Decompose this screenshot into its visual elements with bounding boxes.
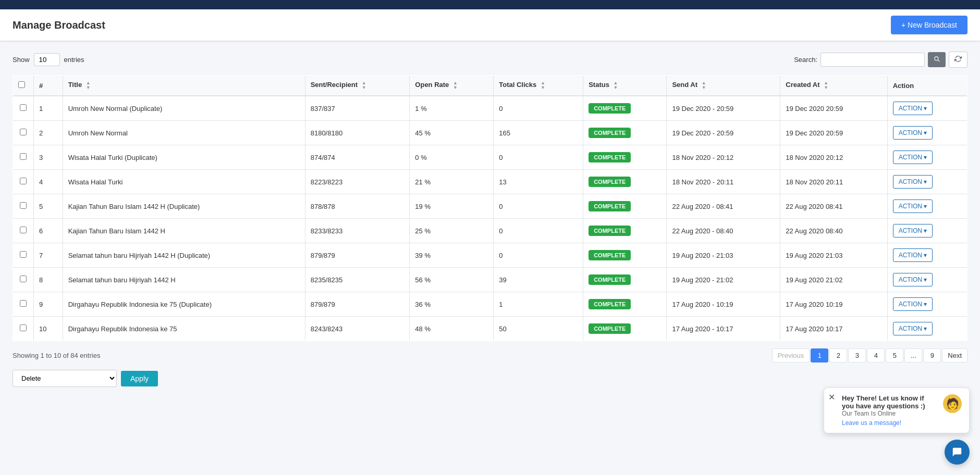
row-action: ACTION ▾ (887, 145, 967, 170)
row-created-at: 18 Nov 2020 20:11 (780, 170, 887, 194)
row-title: Selamat tahun baru Hijriyah 1442 H (63, 268, 305, 292)
pagination-page-2[interactable]: 2 (829, 348, 847, 362)
page-title: Manage Broadcast (13, 19, 105, 31)
sort-sent-icon[interactable]: ▲▼ (362, 81, 366, 90)
row-sent: 8235/8235 (305, 268, 410, 292)
sort-open-rate-icon[interactable]: ▲▼ (453, 81, 458, 90)
row-created-at: 19 Dec 2020 20:59 (780, 121, 887, 145)
row-checkbox-1[interactable] (20, 104, 27, 111)
row-checkbox-9[interactable] (20, 300, 27, 307)
pagination-page-5[interactable]: 5 (886, 348, 903, 362)
search-input[interactable] (820, 53, 925, 67)
row-status: COMPLETE (583, 268, 667, 292)
row-total-clicks: 50 (494, 317, 583, 341)
header-open-rate: Open Rate ▲▼ (410, 76, 494, 96)
row-send-at: 17 Aug 2020 - 10:19 (667, 292, 780, 317)
sort-status-icon[interactable]: ▲▼ (614, 81, 618, 90)
pagination-page-9[interactable]: 9 (923, 348, 941, 362)
row-checkbox-4[interactable] (20, 178, 27, 184)
row-checkbox-8[interactable] (20, 276, 27, 282)
action-button-1[interactable]: ACTION ▾ (893, 102, 933, 115)
header-send-at: Send At ▲▼ (667, 76, 780, 96)
action-button-8[interactable]: ACTION ▾ (893, 273, 933, 286)
row-created-at: 17 Aug 2020 10:17 (780, 317, 887, 341)
action-button-6[interactable]: ACTION ▾ (893, 224, 933, 238)
header-total-clicks: Total Clicks ▲▼ (494, 76, 583, 96)
row-send-at: 19 Dec 2020 - 20:59 (667, 96, 780, 121)
search-button[interactable] (928, 52, 946, 67)
action-button-10[interactable]: ACTION ▾ (893, 322, 933, 335)
action-button-9[interactable]: ACTION ▾ (893, 297, 933, 311)
row-total-clicks: 1 (494, 292, 583, 317)
action-button-5[interactable]: ACTION ▾ (893, 199, 933, 213)
row-num: 5 (34, 194, 63, 219)
row-sent: 874/874 (305, 145, 410, 170)
row-action: ACTION ▾ (887, 121, 967, 145)
row-checkbox-2[interactable] (20, 129, 27, 135)
sort-title-icon[interactable]: ▲▼ (86, 81, 91, 90)
pagination-previous[interactable]: Previous (772, 348, 810, 362)
entries-input[interactable] (34, 53, 60, 66)
row-checkbox-cell (13, 170, 34, 194)
row-sent: 878/878 (305, 194, 410, 219)
row-status: COMPLETE (583, 121, 667, 145)
action-button-3[interactable]: ACTION ▾ (893, 151, 933, 164)
row-send-at: 19 Aug 2020 - 21:03 (667, 243, 780, 268)
row-checkbox-7[interactable] (20, 251, 27, 258)
bulk-action-select[interactable]: Delete (13, 370, 117, 387)
row-title: Umroh New Normal (63, 121, 305, 145)
refresh-button[interactable] (949, 52, 967, 68)
status-badge: COMPLETE (589, 250, 631, 260)
row-total-clicks: 165 (494, 121, 583, 145)
entries-label: entries (64, 56, 84, 64)
row-num: 4 (34, 170, 63, 194)
row-checkbox-3[interactable] (20, 153, 27, 160)
row-num: 2 (34, 121, 63, 145)
row-sent: 837/837 (305, 96, 410, 121)
pagination-page-...[interactable]: ... (904, 348, 922, 362)
pagination-next[interactable]: Next (942, 348, 967, 362)
row-checkbox-cell (13, 145, 34, 170)
status-badge: COMPLETE (589, 103, 631, 114)
row-created-at: 19 Dec 2020 20:59 (780, 96, 887, 121)
sort-created-at-icon[interactable]: ▲▼ (824, 81, 828, 90)
row-total-clicks: 0 (494, 96, 583, 121)
action-button-4[interactable]: ACTION ▾ (893, 175, 933, 189)
sort-send-at-icon[interactable]: ▲▼ (702, 81, 706, 90)
table-row: 4 Wisata Halal Turki 8223/8223 21 % 13 C… (13, 170, 967, 194)
row-checkbox-cell (13, 317, 34, 341)
row-action: ACTION ▾ (887, 170, 967, 194)
header-action: Action (887, 76, 967, 96)
row-checkbox-6[interactable] (20, 227, 27, 233)
pagination-page-4[interactable]: 4 (867, 348, 885, 362)
select-all-checkbox[interactable] (18, 81, 25, 88)
header-created-at: Created At ▲▼ (780, 76, 887, 96)
row-total-clicks: 39 (494, 268, 583, 292)
row-num: 8 (34, 268, 63, 292)
table-row: 6 Kajian Tahun Baru Islam 1442 H 8233/82… (13, 219, 967, 243)
pagination-page-3[interactable]: 3 (848, 348, 866, 362)
table-row: 5 Kajian Tahun Baru Islam 1442 H (Duplic… (13, 194, 967, 219)
table-footer: Showing 1 to 10 of 84 entries Previous12… (13, 348, 967, 362)
sort-total-clicks-icon[interactable]: ▲▼ (541, 81, 545, 90)
row-open-rate: 19 % (410, 194, 494, 219)
header-title: Title ▲▼ (63, 76, 305, 96)
row-status: COMPLETE (583, 292, 667, 317)
row-checkbox-5[interactable] (20, 202, 27, 209)
row-num: 1 (34, 96, 63, 121)
row-sent: 879/879 (305, 292, 410, 317)
row-total-clicks: 0 (494, 145, 583, 170)
search-label: Search: (794, 56, 817, 64)
row-send-at: 19 Aug 2020 - 21:02 (667, 268, 780, 292)
header-checkbox (13, 76, 34, 96)
row-title: Dirgahayu Republik Indonesia ke 75 (63, 317, 305, 341)
apply-button[interactable]: Apply (121, 371, 158, 386)
pagination-page-1[interactable]: 1 (811, 348, 828, 362)
action-button-7[interactable]: ACTION ▾ (893, 248, 933, 262)
header-status: Status ▲▼ (583, 76, 667, 96)
row-total-clicks: 0 (494, 219, 583, 243)
action-button-2[interactable]: ACTION ▾ (893, 126, 933, 140)
chat-close-button[interactable]: ✕ (828, 392, 835, 397)
row-checkbox-10[interactable] (20, 324, 27, 331)
new-broadcast-button[interactable]: + New Broadcast (891, 16, 967, 34)
